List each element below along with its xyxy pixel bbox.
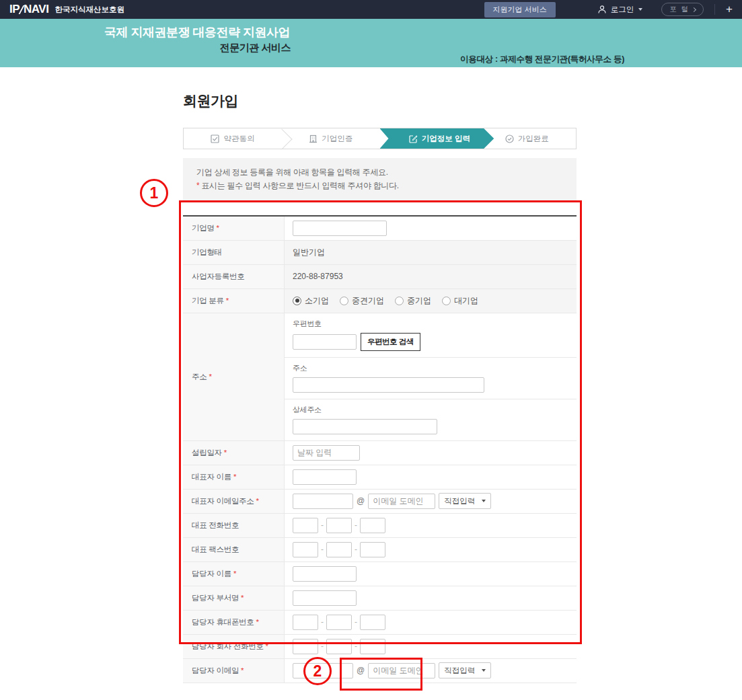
required-asterisk: *: [233, 570, 236, 578]
portal-button[interactable]: 포 털: [661, 3, 704, 16]
row-address: 주소* 우편번호 우편번호 검색 주소 상세주소: [183, 313, 577, 441]
company-fax-part1-input[interactable]: [293, 542, 318, 557]
company-phone-part1-input[interactable]: [293, 518, 318, 533]
chevron-down-icon: [638, 8, 642, 11]
company-name-label: 기업명: [192, 223, 215, 233]
row-manager-phone: 담당자 회사 전화번호*: [183, 635, 577, 659]
ipnavi-logo[interactable]: IP NAVI: [9, 3, 48, 16]
required-asterisk: *: [241, 666, 244, 674]
row-company-phone: 대표 전화번호: [183, 514, 577, 538]
supported-company-service-button[interactable]: 지원기업 서비스: [484, 2, 556, 17]
dash-separator: [355, 520, 357, 530]
company-fax-part3-input[interactable]: [360, 542, 385, 557]
row-ceo-name: 대표자 이름*: [183, 465, 577, 490]
manager-mobile-part2-input[interactable]: [326, 615, 352, 630]
program-banner: 국제 지재권분쟁 대응전략 지원사업 전문기관 서비스 이용대상 : 과제수행 …: [0, 19, 742, 67]
manager-email-domain-select[interactable]: 직접입력: [439, 662, 491, 678]
radio-icon: [442, 297, 451, 305]
manager-name-label: 담당자 이름: [192, 569, 231, 579]
manager-dept-input[interactable]: [293, 590, 357, 606]
row-company-type: 기업형태 일반기업: [183, 241, 577, 265]
row-ceo-email: 대표자 이메일주소* @ 직접입력: [183, 490, 577, 514]
chevron-down-icon: [482, 669, 486, 672]
required-asterisk: *: [209, 373, 211, 381]
row-founded-date: 설립일자*: [183, 441, 577, 465]
manager-name-input[interactable]: [293, 566, 357, 582]
zipcode-search-button[interactable]: 우편번호 검색: [361, 333, 420, 351]
step-label: 가입완료: [518, 134, 549, 144]
login-label: 로그인: [611, 5, 634, 15]
manager-phone-part1-input[interactable]: [293, 639, 318, 654]
address-detail-input[interactable]: [293, 419, 437, 434]
dash-separator: [355, 545, 357, 554]
radio-medium-company[interactable]: 중기업: [395, 295, 431, 307]
address-detail-label: 상세주소: [293, 405, 577, 415]
dash-separator: [321, 520, 324, 530]
company-fax-part2-input[interactable]: [326, 542, 352, 557]
radio-large-company[interactable]: 대기업: [442, 295, 478, 307]
address-fields: 우편번호 우편번호 검색 주소 상세주소: [284, 313, 577, 440]
company-class-radio-group: 소기업 중견기업 중기업 대기업: [293, 295, 478, 307]
zipcode-subrow: 우편번호 우편번호 검색: [285, 313, 577, 358]
ceo-email-domain-input[interactable]: [368, 494, 435, 509]
zipcode-input[interactable]: [293, 334, 357, 350]
dash-separator: [355, 617, 357, 627]
company-phone-part2-input[interactable]: [326, 518, 352, 533]
check-circle-icon: [505, 134, 514, 143]
company-name-input[interactable]: [293, 221, 387, 236]
logo-text-navi: NAVI: [24, 3, 48, 16]
ceo-email-domain-select[interactable]: 직접입력: [439, 493, 491, 509]
dash-separator: [321, 641, 324, 651]
step-terms-agreement[interactable]: 약관동의: [184, 128, 282, 149]
radio-small-company[interactable]: 소기업: [293, 295, 329, 307]
radio-icon: [395, 297, 404, 305]
address-label: 주소: [192, 372, 207, 382]
step-label: 약관동의: [223, 134, 254, 144]
annotation-circle-1: 1: [140, 179, 168, 207]
row-manager-name: 담당자 이름*: [183, 562, 577, 586]
business-number-label: 사업자등록번호: [192, 272, 244, 282]
banner-titles: 국제 지재권분쟁 대응전략 지원사업 전문기관 서비스: [104, 24, 299, 54]
dash-separator: [355, 641, 357, 651]
required-asterisk: *: [224, 449, 227, 457]
chevron-right-icon: [692, 7, 696, 11]
manager-phone-part3-input[interactable]: [360, 639, 385, 654]
manager-phone-label: 담당자 회사 전화번호: [192, 641, 264, 652]
ceo-name-input[interactable]: [293, 469, 357, 485]
radio-midsize-company[interactable]: 중견기업: [340, 295, 384, 307]
program-title: 국제 지재권분쟁 대응전략 지원사업: [104, 24, 299, 40]
page-title: 회원가입: [183, 91, 577, 110]
at-sign: @: [357, 666, 365, 675]
row-manager-dept: 담당자 부서명*: [183, 586, 577, 611]
address-subrow: 주소: [285, 358, 577, 399]
main-content: 회원가입 약관동의 기업인증: [183, 91, 577, 683]
founded-date-input[interactable]: [293, 445, 360, 461]
founded-date-label: 설립일자: [192, 448, 222, 458]
manager-mobile-part3-input[interactable]: [360, 615, 385, 630]
address-input[interactable]: [293, 377, 484, 393]
step-company-verification[interactable]: 기업인증: [282, 128, 380, 149]
manager-email-id-input[interactable]: [293, 663, 353, 678]
expand-menu-button[interactable]: +: [723, 3, 735, 16]
program-subtitle: 전문기관 서비스: [104, 42, 299, 54]
manager-phone-part2-input[interactable]: [326, 639, 352, 654]
manager-email-domain-input[interactable]: [368, 663, 435, 678]
zipcode-label: 우편번호: [293, 319, 577, 329]
address-detail-subrow: 상세주소: [285, 399, 577, 440]
dash-separator: [321, 545, 324, 554]
login-menu[interactable]: 로그인: [597, 5, 643, 15]
org-name: 한국지식재산보호원: [54, 5, 124, 15]
manager-mobile-part1-input[interactable]: [293, 615, 318, 630]
ceo-name-label: 대표자 이름: [192, 472, 231, 482]
radio-icon: [340, 297, 348, 305]
check-square-icon: [211, 134, 219, 143]
step-company-info-input[interactable]: 기업정보 입력: [380, 128, 494, 149]
step-label: 기업인증: [322, 134, 353, 144]
ceo-email-id-input[interactable]: [293, 494, 353, 509]
building-icon: [309, 134, 318, 143]
company-type-label: 기업형태: [192, 247, 222, 258]
required-asterisk: *: [241, 594, 244, 602]
edit-icon: [409, 134, 418, 143]
company-phone-part3-input[interactable]: [360, 518, 385, 533]
ceo-email-label: 대표자 이메일주소: [192, 496, 254, 506]
